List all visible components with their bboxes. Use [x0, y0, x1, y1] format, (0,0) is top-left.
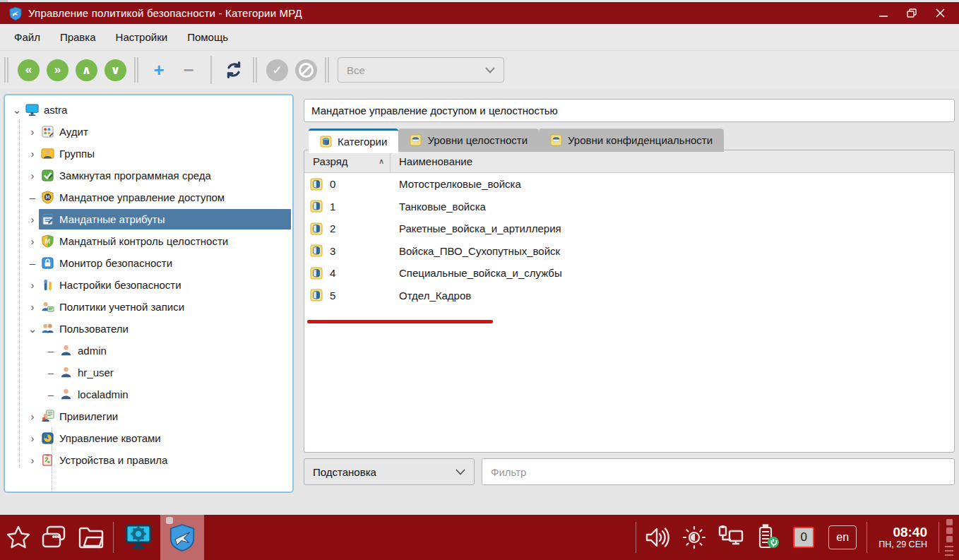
- row-id: 2: [330, 222, 335, 234]
- category-icon: [310, 200, 323, 213]
- battery-charging-icon[interactable]: [749, 518, 786, 557]
- panel-expander-widget[interactable]: [945, 519, 953, 556]
- cancel-button[interactable]: [295, 59, 317, 81]
- menu-edit[interactable]: Правка: [52, 27, 105, 47]
- window-list-icon[interactable]: [37, 518, 73, 557]
- favorites-star-icon[interactable]: [0, 518, 37, 557]
- shield-app-icon: [9, 6, 22, 20]
- expand-arrow-icon[interactable]: ›: [26, 279, 39, 291]
- expand-arrow-icon[interactable]: ›: [26, 169, 39, 181]
- row-id: 4: [330, 267, 335, 279]
- menu-help[interactable]: Помощь: [179, 27, 237, 47]
- integrity-control-icon: M: [41, 234, 54, 248]
- audit-icon: [41, 125, 54, 138]
- taskbar-separator: [113, 522, 114, 553]
- add-button[interactable]: +: [147, 58, 171, 82]
- volume-icon[interactable]: [639, 518, 676, 557]
- notification-count-badge[interactable]: 0: [793, 527, 814, 548]
- taskbar-app-control-panel[interactable]: [117, 515, 160, 560]
- clock-date: ПН, 29 СЕН: [878, 540, 927, 550]
- category-icon: [310, 267, 323, 280]
- network-icon[interactable]: [713, 518, 749, 557]
- toolbar: « » ∧ ∨ + − ✓ Все: [0, 51, 959, 89]
- restore-button[interactable]: [903, 6, 921, 21]
- tab-confidentiality-levels[interactable]: Уровни конфиденциальности: [539, 129, 724, 152]
- taskbar-separator: [939, 522, 939, 553]
- table-row[interactable]: 5Отдел_Кадров: [304, 285, 954, 307]
- tree-item-user-localadmin[interactable]: – localadmin: [5, 383, 292, 405]
- go-down-button[interactable]: ∨: [105, 59, 126, 81]
- tree-item-users[interactable]: ⌄ Пользователи: [5, 318, 292, 340]
- brightness-icon[interactable]: [676, 518, 713, 557]
- collapse-arrow-icon[interactable]: ⌄: [26, 323, 39, 335]
- tree-item-mandatory-attributes[interactable]: › Мандатные атрибуты: [5, 208, 292, 230]
- expand-arrow-icon[interactable]: ›: [26, 126, 39, 138]
- expand-arrow-icon[interactable]: ›: [26, 454, 39, 466]
- menu-settings[interactable]: Настройки: [107, 27, 177, 47]
- level-icon: [550, 134, 562, 146]
- file-manager-icon[interactable]: [73, 518, 110, 557]
- tree-leaf-dash: –: [26, 191, 39, 203]
- collapse-arrow-icon[interactable]: ⌄: [11, 104, 23, 117]
- toolbar-drag-handle[interactable]: [4, 57, 8, 83]
- table-row[interactable]: 0Мотострелковые_войска: [304, 173, 954, 196]
- tree-item-quotas[interactable]: › Управление квотами: [5, 427, 292, 449]
- refresh-button[interactable]: [222, 58, 246, 82]
- clock[interactable]: 08:40 ПН, 29 СЕН: [878, 525, 927, 550]
- row-name: Ракетные_войска_и_артиллерия: [399, 222, 561, 234]
- table-row[interactable]: 1Танковые_войска: [304, 196, 954, 218]
- row-name: Отдел_Кадров: [399, 290, 471, 302]
- toolbar-separator: [134, 57, 138, 83]
- tree-item-devices[interactable]: › Устройства и правила: [5, 449, 292, 471]
- tree-item-closed-env[interactable]: › Замкнутая программная среда: [5, 165, 292, 186]
- tree-item-privileges[interactable]: › Привилегии: [5, 405, 292, 427]
- scope-select-value: Все: [347, 64, 365, 76]
- filter-mode-select[interactable]: Подстановка: [304, 458, 475, 485]
- table-row[interactable]: 2Ракетные_войска_и_артиллерия: [304, 218, 954, 240]
- privileges-icon: [41, 410, 54, 423]
- filter-input[interactable]: [482, 458, 955, 485]
- column-header-naimenovanie[interactable]: Наименование: [391, 155, 472, 167]
- tree-item-security-settings[interactable]: › Настройки безопасности: [5, 274, 292, 296]
- devices-icon: [41, 453, 54, 467]
- users-icon: [41, 322, 54, 335]
- tab-integrity-levels[interactable]: Уровни целостности: [398, 129, 539, 152]
- category-icon: [310, 244, 323, 257]
- column-header-razryad[interactable]: Разряд ∧: [304, 150, 391, 172]
- expand-arrow-icon[interactable]: ›: [26, 301, 39, 313]
- expand-arrow-icon[interactable]: ›: [26, 235, 39, 247]
- account-policy-icon: [41, 300, 54, 314]
- apply-button[interactable]: ✓: [266, 59, 288, 81]
- go-up-button[interactable]: ∧: [76, 59, 97, 81]
- tree-item-security-monitor[interactable]: – Монитор безопасности: [5, 252, 292, 274]
- go-first-button[interactable]: «: [18, 59, 40, 81]
- tree-item-mandatory-access[interactable]: – M Мандатное управление доступом: [5, 186, 292, 208]
- tree-item-account-policies[interactable]: › Политики учетной записи: [5, 296, 292, 318]
- table-body: 0Мотострелковые_войска1Танковые_войска2Р…: [304, 173, 954, 306]
- tree-item-groups[interactable]: › Группы: [5, 143, 292, 165]
- table-row[interactable]: 3Войска_ПВО_Сухопутных_войск: [304, 240, 954, 263]
- expand-arrow-icon[interactable]: ›: [26, 410, 39, 422]
- tree-item-user-hr-user[interactable]: – hr_user: [5, 362, 292, 383]
- taskbar-app-security-policy[interactable]: [160, 515, 204, 560]
- menu-bar: Файл Правка Настройки Помощь: [0, 24, 959, 51]
- tree-leaf-dash: –: [44, 388, 57, 400]
- taskbar-separator: [636, 522, 636, 553]
- tree-item-audit[interactable]: › Аудит: [5, 121, 292, 143]
- menu-file[interactable]: Файл: [6, 27, 49, 47]
- tree-item-integrity-control[interactable]: › M Мандатный контроль целостности: [5, 230, 292, 252]
- close-button[interactable]: [931, 6, 949, 21]
- scope-select[interactable]: Все: [338, 57, 504, 83]
- tree-item-user-admin[interactable]: – admin: [5, 340, 292, 362]
- expand-arrow-icon[interactable]: ›: [26, 213, 39, 225]
- expand-arrow-icon[interactable]: ›: [26, 148, 39, 160]
- table-row[interactable]: 4Специальные_войска_и_службы: [304, 262, 954, 285]
- expand-arrow-icon[interactable]: ›: [26, 432, 39, 444]
- row-id: 0: [330, 178, 335, 190]
- keyboard-layout-badge[interactable]: en: [828, 525, 857, 549]
- tree-item-astra[interactable]: ⌄ astra: [5, 99, 292, 121]
- go-last-button[interactable]: »: [47, 59, 68, 81]
- remove-button[interactable]: −: [177, 58, 201, 82]
- minimize-button[interactable]: [874, 6, 893, 21]
- tab-categories[interactable]: Категории: [309, 129, 398, 152]
